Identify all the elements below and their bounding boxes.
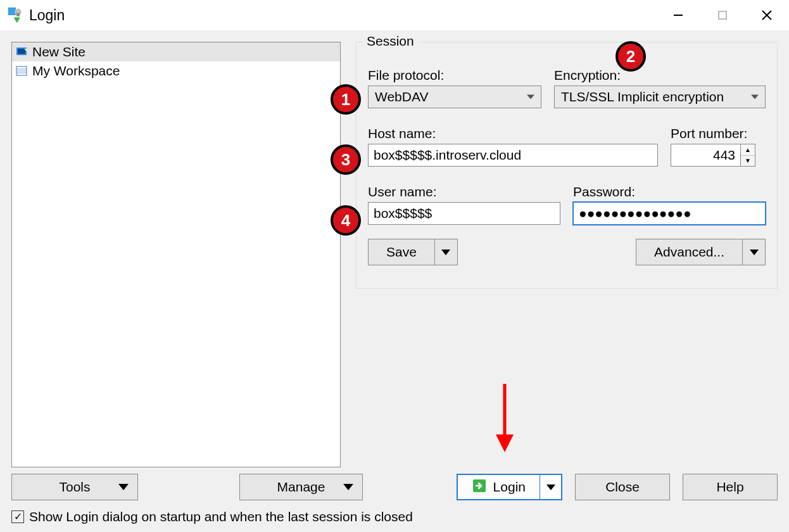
show-dialog-label: Show Login dialog on startup and when th… <box>29 509 413 524</box>
site-item-label: New Site <box>32 44 85 60</box>
help-button[interactable]: Help <box>683 474 778 500</box>
login-window: Login New Site <box>0 0 789 532</box>
login-button-label: Login <box>493 479 526 495</box>
help-button-label: Help <box>716 479 743 495</box>
annotation-marker-3: 3 <box>331 144 361 175</box>
user-name-input[interactable] <box>368 202 560 225</box>
svg-marker-15 <box>496 434 514 452</box>
login-button-dropdown[interactable] <box>540 475 561 499</box>
manage-button-label: Manage <box>277 479 325 495</box>
password-input[interactable] <box>573 202 766 225</box>
left-panel: New Site My Workspace <box>11 42 341 467</box>
bottom-bar: Tools Manage Login Close Help <box>0 474 789 532</box>
file-protocol-value: WebDAV <box>375 89 428 104</box>
advanced-button[interactable]: Advanced... <box>636 239 766 265</box>
save-button-dropdown[interactable] <box>435 239 458 265</box>
site-item-label: My Workspace <box>32 63 120 79</box>
annotation-marker-4: 4 <box>331 205 361 236</box>
port-number-label: Port number: <box>671 126 766 141</box>
workspace-icon <box>15 64 28 78</box>
session-legend: Session <box>363 34 418 49</box>
file-protocol-label: File protocol: <box>368 68 541 83</box>
right-panel: Session File protocol: WebDAV Encryption… <box>356 42 778 467</box>
maximize-button[interactable] <box>700 0 745 30</box>
titlebar: Login <box>0 0 789 30</box>
site-item-my-workspace[interactable]: My Workspace <box>12 61 340 80</box>
encryption-combo[interactable]: TLS/SSL Implicit encryption <box>554 86 766 108</box>
session-group: Session File protocol: WebDAV Encryption… <box>356 42 778 289</box>
user-name-label: User name: <box>368 184 560 200</box>
tools-button-label: Tools <box>59 479 90 495</box>
show-dialog-checkbox[interactable] <box>11 510 24 523</box>
site-list[interactable]: New Site My Workspace <box>11 42 341 467</box>
host-name-label: Host name: <box>368 126 658 141</box>
login-button[interactable]: Login <box>457 474 562 500</box>
password-label: Password: <box>573 184 766 200</box>
login-icon <box>472 478 487 497</box>
host-name-input[interactable] <box>368 144 658 167</box>
svg-rect-4 <box>719 11 726 19</box>
manage-button[interactable]: Manage <box>239 474 363 500</box>
svg-rect-0 <box>8 8 16 15</box>
annotation-marker-1: 1 <box>331 84 361 115</box>
port-number-spinner[interactable]: ▲ ▼ <box>671 144 766 167</box>
file-protocol-combo[interactable]: WebDAV <box>368 86 541 108</box>
close-window-button[interactable] <box>745 0 789 30</box>
minimize-button[interactable] <box>656 0 700 30</box>
close-button[interactable]: Close <box>575 474 670 500</box>
svg-rect-8 <box>18 49 25 54</box>
advanced-button-dropdown[interactable] <box>743 239 766 265</box>
annotation-arrow <box>492 384 517 453</box>
annotation-marker-2: 2 <box>615 41 646 72</box>
advanced-button-label: Advanced... <box>636 239 743 265</box>
window-title: Login <box>29 7 65 24</box>
svg-rect-2 <box>16 13 20 16</box>
port-number-input[interactable] <box>671 144 740 167</box>
close-button-label: Close <box>605 479 640 495</box>
port-spinner-down[interactable]: ▼ <box>741 156 755 167</box>
save-button-label: Save <box>368 239 435 265</box>
site-item-new-site[interactable]: New Site <box>12 42 340 61</box>
encryption-value: TLS/SSL Implicit encryption <box>561 89 724 104</box>
app-icon <box>6 6 25 25</box>
save-button[interactable]: Save <box>368 239 458 265</box>
show-dialog-checkbox-row[interactable]: Show Login dialog on startup and when th… <box>11 509 778 524</box>
port-spinner-up[interactable]: ▲ <box>741 144 755 156</box>
content-area: New Site My Workspace Session File proto… <box>0 30 789 474</box>
encryption-label: Encryption: <box>554 68 766 83</box>
monitor-icon <box>15 45 28 59</box>
tools-button[interactable]: Tools <box>11 474 138 500</box>
